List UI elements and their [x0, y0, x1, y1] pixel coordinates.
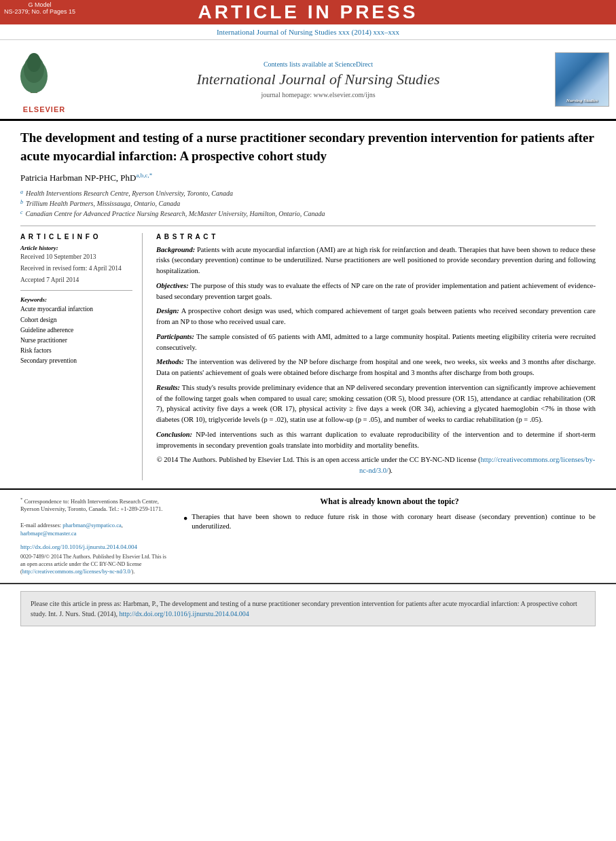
abstract-copyright: © 2014 The Authors. Published by Elsevie… [156, 454, 596, 476]
open-access-text: 0020-7489/© 2014 The Authors. Published … [20, 553, 170, 576]
authors-line: Patricia Harbman NP-PHC, PhDa,b,c,* [20, 172, 596, 183]
author-superscript: a,b,c,* [136, 172, 152, 179]
abstract-col: A B S T R A C T Background: Patients wit… [156, 233, 596, 480]
affil-a: a Health Interventions Research Centre, … [20, 188, 596, 198]
correspondence-col: * Correspondence to: Health Intervention… [20, 497, 170, 576]
abstract-conclusion: Conclusion: NP-led interventions such as… [156, 429, 596, 451]
journal-center-info: Contents lists available at ScienceDirec… [81, 60, 555, 99]
elsevier-logo-section: ELSEVIER [7, 46, 81, 113]
elsevier-tree-icon [7, 46, 61, 100]
bullet-item-1: ● Therapies that have been shown to redu… [183, 512, 596, 532]
affil-b: b Trillium Health Partners, Mississauga,… [20, 198, 596, 209]
affil-c: c Canadian Centre for Advanced Practice … [20, 209, 596, 219]
keyword-6: Secondary prevention [20, 356, 132, 366]
journal-header: ELSEVIER Contents lists available at Sci… [0, 40, 616, 121]
citation-doi-link[interactable]: http://dx.doi.org/10.1016/j.ijnurstu.201… [119, 610, 249, 618]
elsevier-label: ELSEVIER [7, 105, 81, 113]
keyword-5: Risk factors [20, 346, 132, 356]
article-in-press-title: ARTICLE IN PRESS [198, 1, 418, 22]
keyword-4: Nurse practitioner [20, 336, 132, 346]
article-in-press-banner: G Model NS-2379; No. of Pages 15 ARTICLE… [0, 0, 616, 24]
email2-link[interactable]: harbmapr@mcmaster.ca [20, 530, 77, 537]
citation-box: Please cite this article in press as: Ha… [20, 591, 596, 626]
keyword-1: Acute myocardial infarction [20, 304, 132, 315]
history-label: Article history: [20, 245, 132, 251]
contents-line: Contents lists available at ScienceDirec… [95, 60, 541, 68]
author-name: Patricia Harbman NP-PHC, PhD [20, 173, 136, 183]
keyword-3: Guideline adherence [20, 325, 132, 336]
keywords-label: Keywords: [20, 296, 132, 303]
journal-link[interactable]: International Journal of Nursing Studies… [217, 28, 399, 36]
journal-thumbnail: Nursing Studies [555, 52, 609, 107]
article-info-col: A R T I C L E I N F O Article history: R… [20, 233, 143, 480]
what-known-heading: What is already known about the topic? [183, 497, 596, 507]
info-divider [20, 290, 132, 291]
abstract-methods: Methods: The intervention was delivered … [156, 357, 596, 378]
correspondence-text: * Correspondence to: Health Intervention… [20, 497, 170, 538]
main-content: The development and testing of a nurse p… [0, 121, 616, 490]
oa-link2[interactable]: by-nc-nd/3.0/ [103, 569, 132, 575]
abstract-participants: Participants: The sample consisted of 65… [156, 332, 596, 353]
journal-link-bar: International Journal of Nursing Studies… [0, 24, 616, 40]
what-known-col: What is already known about the topic? ●… [183, 497, 596, 576]
article-info-heading: A R T I C L E I N F O [20, 233, 132, 240]
doi-link[interactable]: http://dx.doi.org/10.1016/j.ijnurstu.201… [20, 543, 137, 550]
below-content: * Correspondence to: Health Intervention… [0, 490, 616, 584]
revised-date: Received in revised form: 4 April 2014 [20, 264, 132, 273]
abstract-results: Results: This study's results provide pr… [156, 382, 596, 425]
doi-line: http://dx.doi.org/10.1016/j.ijnurstu.201… [20, 543, 170, 550]
oa-link1[interactable]: http://creativecommons.org/licenses/ [22, 569, 103, 575]
two-col-layout: A R T I C L E I N F O Article history: R… [20, 226, 596, 480]
abstract-objectives: Objectives: The purpose of this study wa… [156, 281, 596, 302]
what-known-section: * Correspondence to: Health Intervention… [20, 497, 596, 576]
keyword-2: Cohort design [20, 315, 132, 325]
abstract-design: Design: A prospective cohort design was … [156, 306, 596, 327]
journal-title: International Journal of Nursing Studies [95, 71, 541, 88]
received-date: Received 10 September 2013 [20, 253, 132, 262]
article-title: The development and testing of a nurse p… [20, 129, 596, 165]
journal-homepage: journal homepage: www.elsevier.com/ijns [95, 91, 541, 99]
affiliations: a Health Interventions Research Centre, … [20, 188, 596, 219]
email1-link[interactable]: pharbman@sympatico.ca [62, 522, 121, 529]
accepted-date: Accepted 7 April 2014 [20, 276, 132, 285]
svg-point-3 [27, 53, 41, 72]
bullet-dot: ● [183, 514, 187, 532]
abstract-background: Background: Patients with acute myocardi… [156, 245, 596, 276]
abstract-heading: A B S T R A C T [156, 233, 596, 240]
g-model-label: G Model NS-2379; No. of Pages 15 [4, 1, 75, 15]
